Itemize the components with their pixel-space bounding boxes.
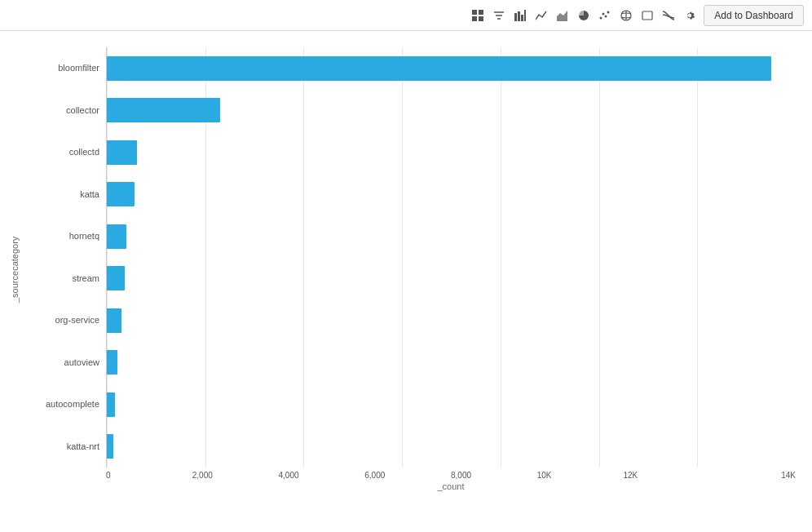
- bar-row: [107, 131, 796, 174]
- line-chart-icon[interactable]: [532, 7, 550, 24]
- bar-row: [107, 383, 796, 426]
- bar-chart-icon[interactable]: [511, 7, 529, 24]
- bar: [107, 308, 121, 333]
- filter-icon[interactable]: [490, 7, 508, 24]
- bar-row: [107, 215, 796, 258]
- category-label: collector: [33, 106, 99, 115]
- svg-rect-8: [518, 11, 520, 21]
- add-to-dashboard-button[interactable]: Add to Dashboard: [704, 5, 804, 26]
- category-label: autoview: [33, 358, 99, 367]
- svg-point-12: [600, 16, 602, 19]
- x-tick: 14K: [709, 471, 796, 480]
- scatter-icon[interactable]: [596, 7, 614, 24]
- area-chart-icon[interactable]: [554, 7, 571, 24]
- pie-chart-icon[interactable]: [575, 7, 593, 24]
- settings-icon[interactable]: [681, 7, 699, 24]
- x-tick: 0: [106, 471, 192, 480]
- x-tick: 4,000: [279, 471, 365, 480]
- category-label: autocomplete: [33, 400, 99, 409]
- svg-point-14: [605, 15, 607, 17]
- bar: [107, 392, 115, 417]
- bar: [107, 98, 220, 122]
- bar: [107, 350, 117, 375]
- svg-rect-7: [514, 13, 517, 21]
- svg-point-15: [607, 11, 610, 13]
- table-icon[interactable]: [469, 7, 487, 24]
- svg-rect-0: [472, 10, 477, 15]
- number-icon[interactable]: [638, 7, 656, 24]
- x-tick: 10K: [537, 471, 624, 480]
- grid-and-bars: bloomfiltercollectorcollectdkattahornetq…: [33, 47, 796, 468]
- bar-row: [107, 90, 796, 132]
- category-label: katta: [33, 190, 99, 199]
- svg-point-13: [602, 12, 605, 15]
- category-label: hornetq: [33, 232, 99, 241]
- chart-type-icons: [469, 7, 699, 24]
- bar-row: [107, 299, 796, 342]
- x-tick: 6,000: [364, 471, 451, 480]
- svg-marker-11: [557, 11, 567, 21]
- x-tick: 2,000: [192, 471, 279, 480]
- bar: [107, 182, 135, 206]
- chart-area: _sourcecategory bloomfiltercollectorcoll…: [0, 31, 812, 532]
- bar: [107, 266, 125, 290]
- bar-row: [107, 426, 796, 468]
- bar-row: [107, 342, 796, 384]
- x-axis-label: _count: [106, 481, 796, 491]
- svg-rect-9: [521, 15, 523, 21]
- bar: [107, 434, 113, 459]
- category-label: katta-nrt: [33, 442, 99, 451]
- y-categories: bloomfiltercollectorcollectdkattahornetq…: [33, 47, 106, 468]
- x-tick: 12K: [624, 471, 710, 480]
- category-label: org-service: [33, 316, 99, 325]
- bars-container: [106, 47, 796, 468]
- toolbar: Add to Dashboard: [0, 0, 812, 31]
- bar-row: [107, 47, 796, 90]
- map-icon[interactable]: [617, 7, 635, 24]
- svg-rect-1: [479, 10, 483, 15]
- x-axis: 02,0004,0006,0008,00010K12K14K: [106, 468, 796, 480]
- y-axis-label: _sourcecategory: [0, 47, 33, 491]
- category-label: stream: [33, 274, 99, 283]
- svg-rect-10: [524, 10, 526, 21]
- bar: [107, 224, 126, 249]
- bar-row: [107, 174, 796, 216]
- bar: [107, 56, 771, 81]
- svg-rect-3: [479, 16, 483, 21]
- bar: [107, 140, 137, 165]
- svg-rect-2: [472, 16, 477, 21]
- category-label: bloomfilter: [33, 64, 99, 73]
- flow-icon[interactable]: [660, 7, 677, 24]
- x-tick: 8,000: [451, 471, 537, 480]
- bar-row: [107, 258, 796, 300]
- chart-inner: bloomfiltercollectorcollectdkattahornetq…: [33, 47, 796, 491]
- category-label: collectd: [33, 148, 99, 157]
- svg-rect-18: [642, 11, 652, 20]
